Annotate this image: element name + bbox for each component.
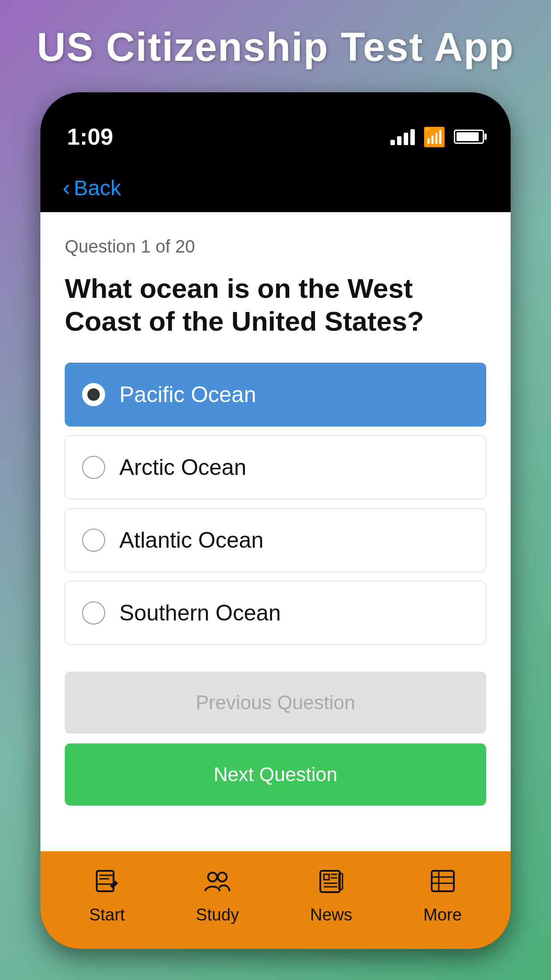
- back-label: Back: [74, 176, 121, 200]
- tab-study[interactable]: Study: [196, 867, 239, 925]
- news-icon: [318, 867, 345, 901]
- radio-pacific: [82, 383, 105, 406]
- more-icon: [429, 867, 457, 901]
- status-bar: 1:09 📶: [40, 92, 511, 168]
- study-icon: [204, 867, 231, 901]
- svg-rect-0: [97, 871, 114, 891]
- question-progress: Question 1 of 20: [65, 237, 486, 257]
- wifi-icon: 📶: [423, 126, 446, 148]
- radio-atlantic: [82, 529, 105, 552]
- option-arctic[interactable]: Arctic Ocean: [65, 435, 486, 499]
- svg-rect-13: [432, 871, 454, 891]
- tab-more-label: More: [423, 905, 462, 925]
- nav-bar: ‹ Back: [40, 168, 511, 212]
- next-question-button[interactable]: Next Question: [65, 743, 486, 806]
- screen-content: Question 1 of 20 What ocean is on the We…: [40, 212, 511, 851]
- tab-news-label: News: [310, 905, 352, 925]
- phone-wrapper: 1:09 📶 ‹ Back Question 1 of 20 What ocea…: [40, 92, 511, 949]
- back-button[interactable]: ‹ Back: [63, 174, 121, 201]
- battery-icon: [454, 130, 484, 144]
- tab-start-label: Start: [89, 905, 125, 925]
- svg-point-5: [218, 873, 227, 881]
- content-spacer: [65, 806, 486, 851]
- tab-bar: Start Study: [40, 851, 511, 949]
- status-time: 1:09: [67, 123, 113, 150]
- app-title-text: US Citizenship Test App: [19, 0, 532, 92]
- svg-rect-7: [324, 874, 329, 880]
- option-atlantic[interactable]: Atlantic Ocean: [65, 508, 486, 572]
- signal-icon: [390, 128, 415, 145]
- tab-more[interactable]: More: [423, 867, 462, 925]
- prev-question-button[interactable]: Previous Question: [65, 672, 486, 734]
- back-chevron-icon: ‹: [63, 174, 70, 201]
- option-southern-label: Southern Ocean: [119, 600, 281, 626]
- question-text: What ocean is on the West Coast of the U…: [65, 272, 486, 338]
- tab-news[interactable]: News: [310, 867, 352, 925]
- tab-start[interactable]: Start: [89, 867, 125, 925]
- option-atlantic-label: Atlantic Ocean: [119, 527, 264, 553]
- option-pacific-label: Pacific Ocean: [119, 382, 256, 407]
- option-southern[interactable]: Southern Ocean: [65, 581, 486, 645]
- svg-point-4: [208, 873, 217, 881]
- radio-southern: [82, 601, 105, 624]
- radio-arctic: [82, 456, 105, 479]
- options-container: Pacific Ocean Arctic Ocean Atlantic Ocea…: [65, 363, 486, 654]
- buttons-section: Previous Question Next Question: [65, 672, 486, 806]
- start-icon: [93, 867, 121, 901]
- status-icons: 📶: [390, 126, 484, 148]
- option-arctic-label: Arctic Ocean: [119, 454, 246, 480]
- tab-study-label: Study: [196, 905, 239, 925]
- radio-inner-pacific: [87, 388, 100, 401]
- option-pacific[interactable]: Pacific Ocean: [65, 363, 486, 427]
